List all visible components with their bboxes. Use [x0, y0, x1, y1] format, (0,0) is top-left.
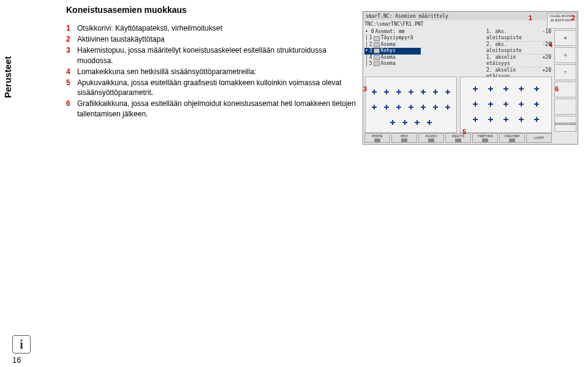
fig-tree: • 0 Asemat: mm | 1 Täysiympyrä | 2 Asema… — [364, 29, 421, 67]
sk-icon — [509, 138, 515, 142]
info-icon: i — [12, 335, 31, 354]
fig-tree-header: • 0 Asemat: mm — [364, 29, 421, 35]
sk-icon — [374, 138, 380, 142]
list-text: Apukuvaikkuna, jossa esitellään graafise… — [77, 78, 360, 97]
fig-tree-row-selected: • 3 Kehys — [364, 48, 421, 54]
fig-graphic-window — [365, 77, 457, 133]
list-num: 4 — [66, 67, 77, 77]
fig-path: TNC:\smarTNC\FR1.PNT — [364, 21, 423, 27]
fig-param-row: 1. akselin etäisyys+20 — [486, 55, 552, 67]
softkey: RIVI — [391, 133, 417, 143]
right-btn: T — [554, 64, 576, 80]
list-item: 4Lomakeikkuna sen hetkisillä sisäänsyött… — [66, 67, 360, 77]
softkey: KUVIO — [418, 133, 444, 143]
callout-4: 4 — [549, 41, 552, 48]
fig-softkey-row: PISTE RIVI KUVIO KEHYS YMPYRÄ OSAYMP. LO… — [364, 133, 552, 143]
fig-titlebar: smarT.NC: Asemien määrittely — [363, 12, 578, 20]
right-btn: DIAGNOSIS — [554, 116, 576, 132]
softkey: PISTE — [364, 133, 390, 143]
numbered-list: 1Otsikkorivi: Käyttötapateksti, virheilm… — [66, 23, 360, 119]
fig-param-row: 2. aks. aloituspiste-20 — [486, 42, 552, 55]
right-btn: S — [554, 47, 576, 63]
frame-icon — [374, 48, 380, 53]
page-number: 16 — [12, 355, 21, 365]
softkey: YMPYRÄ — [472, 133, 498, 143]
callout-1: 1 — [529, 14, 532, 21]
right-btn — [554, 99, 576, 115]
callout-5: 5 — [462, 128, 466, 135]
fig-tree-row: | 2 Asema — [364, 42, 421, 48]
list-text: Otsikkorivi: Käyttötapateksti, virheilmo… — [77, 23, 360, 33]
softkey: LOPP — [526, 133, 552, 143]
list-num: 6 — [66, 99, 77, 108]
list-text: Lomakeikkuna sen hetkisillä sisäänsyöttö… — [77, 67, 360, 77]
sk-icon — [455, 138, 461, 142]
list-item: 6Grafiikkaikkuna, jossa esitellään ohjel… — [66, 99, 360, 118]
side-tab-label: Perusteet — [2, 56, 13, 98]
fig-right-buttons: M S T DIAGNOSIS — [554, 30, 576, 132]
pos-icon — [374, 42, 380, 47]
pos-icon — [374, 55, 380, 60]
fig-tree-row: | 4 Asema — [364, 55, 421, 61]
list-num: 3 — [66, 45, 77, 55]
pos-icon — [374, 61, 380, 66]
list-text: Hakemistopuu, jossa määritellyt koneistu… — [77, 45, 360, 65]
callout-6: 6 — [555, 85, 559, 93]
right-btn: M — [554, 30, 576, 46]
callout-2: 2 — [571, 14, 575, 21]
sk-icon — [428, 138, 434, 142]
list-num: 5 — [66, 78, 77, 88]
callout-3: 3 — [363, 85, 367, 93]
list-item: 5Apukuvaikkuna, jossa esitellään graafis… — [66, 78, 360, 97]
fig-param-row: 1. aks. aloituspiste-10 — [486, 29, 552, 42]
softkey: KEHYS — [445, 133, 471, 143]
list-num: 1 — [66, 23, 77, 33]
text-column: Koneistusasemien muokkaus 1Otsikkorivi: … — [66, 5, 360, 119]
fig-tree-row: | 1 Täysiympyrä — [364, 35, 421, 41]
list-item: 1Otsikkorivi: Käyttötapateksti, virheilm… — [66, 23, 360, 33]
list-item: 2Aktiivinen taustakäyttötapa — [66, 34, 360, 44]
section-heading: Koneistusasemien muokkaus — [66, 5, 360, 15]
list-text: Grafiikkaikkuna, jossa esitellään ohjelm… — [77, 99, 360, 118]
circle-icon — [374, 36, 380, 41]
list-num: 2 — [66, 34, 77, 44]
list-item: 3Hakemistopuu, jossa määritellyt koneist… — [66, 45, 360, 65]
list-text: Aktiivinen taustakäyttötapa — [77, 34, 360, 44]
fig-help-window — [460, 77, 552, 133]
screenshot-figure: smarT.NC: Asemien määrittely OHJELMOINTI… — [363, 11, 578, 145]
fig-tree-row: | 5 Asema — [364, 61, 421, 67]
sk-icon — [482, 138, 488, 142]
softkey: OSAYMP. — [499, 133, 525, 143]
sk-icon — [401, 138, 407, 142]
